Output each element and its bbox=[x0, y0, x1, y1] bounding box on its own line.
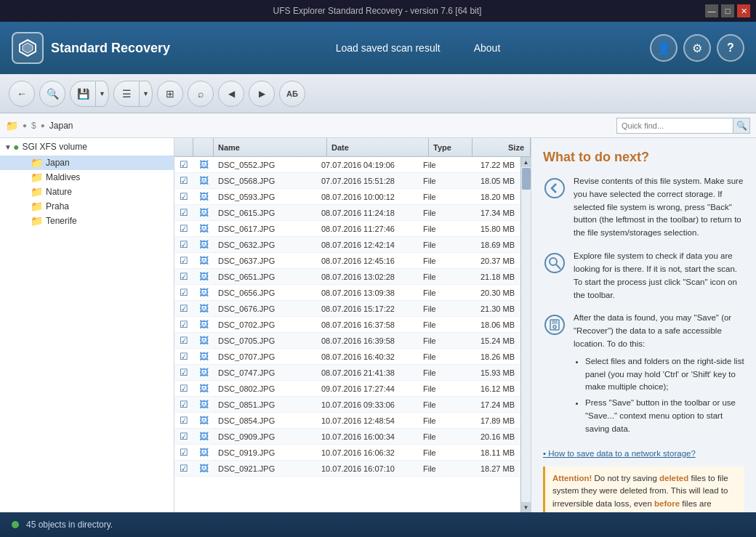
file-check-cell[interactable]: ☑ bbox=[174, 189, 193, 204]
file-check-cell[interactable]: ☑ bbox=[174, 413, 193, 428]
file-list-body[interactable]: ☑ 🖼 DSC_0552.JPG 07.07.2016 04:19:06 Fil… bbox=[174, 157, 520, 512]
table-row[interactable]: ☑ 🖼 DSC_0615.JPG 08.07.2016 11:24:18 Fil… bbox=[174, 205, 520, 221]
file-type-cell: File bbox=[419, 429, 462, 444]
svg-point-2 bbox=[545, 179, 564, 198]
file-check-cell[interactable]: ☑ bbox=[174, 381, 193, 396]
table-row[interactable]: ☑ 🖼 DSC_0593.JPG 08.07.2016 10:00:12 Fil… bbox=[174, 189, 520, 205]
file-check-cell[interactable]: ☑ bbox=[174, 205, 193, 220]
file-check-cell[interactable]: ☑ bbox=[174, 157, 193, 172]
table-row[interactable]: ☑ 🖼 DSC_0656.JPG 08.07.2016 13:09:38 Fil… bbox=[174, 285, 520, 301]
table-row[interactable]: ☑ 🖼 DSC_0637.JPG 08.07.2016 12:45:16 Fil… bbox=[174, 253, 520, 269]
file-check-cell[interactable]: ☑ bbox=[174, 397, 193, 412]
table-row[interactable]: ☑ 🖼 DSC_0851.JPG 10.07.2016 09:33:06 Fil… bbox=[174, 397, 520, 413]
scan-button[interactable]: ⌕ bbox=[188, 81, 214, 107]
file-check-cell[interactable]: ☑ bbox=[174, 221, 193, 236]
help-button[interactable]: ? bbox=[717, 34, 744, 62]
check-icon: ☑ bbox=[180, 415, 188, 426]
close-button[interactable]: ✕ bbox=[737, 4, 750, 17]
col-header-date[interactable]: Date bbox=[327, 138, 429, 156]
file-check-cell[interactable]: ☑ bbox=[174, 349, 193, 364]
table-row[interactable]: ☑ 🖼 DSC_0705.JPG 08.07.2016 16:39:58 Fil… bbox=[174, 333, 520, 349]
scrollbar[interactable]: ▲ ▼ bbox=[520, 157, 531, 512]
table-row[interactable]: ☑ 🖼 DSC_0854.JPG 10.07.2016 12:48:54 Fil… bbox=[174, 413, 520, 429]
col-header-thumb[interactable] bbox=[193, 138, 214, 156]
next-button[interactable]: ▶ bbox=[249, 81, 275, 107]
col-header-type[interactable]: Type bbox=[429, 138, 472, 156]
search-button[interactable]: 🔍 bbox=[39, 81, 65, 107]
table-row[interactable]: ☑ 🖼 DSC_0568.JPG 07.07.2016 15:51:28 Fil… bbox=[174, 173, 520, 189]
file-check-cell[interactable]: ☑ bbox=[174, 333, 193, 348]
list-button[interactable]: ☰ bbox=[113, 81, 140, 107]
breadcrumb-bar: 📁 ● $ ● Japan 🔍 bbox=[0, 113, 756, 138]
file-name-cell: DSC_0707.JPG bbox=[214, 349, 317, 364]
col-header-size[interactable]: Size bbox=[472, 138, 531, 156]
tree-item-maldives[interactable]: 📁 Maldives bbox=[0, 170, 174, 185]
col-header-name[interactable]: Name bbox=[214, 138, 327, 156]
file-check-cell[interactable]: ☑ bbox=[174, 445, 193, 460]
save-dropdown-button[interactable]: ▼ bbox=[96, 81, 109, 107]
scroll-thumb[interactable] bbox=[522, 168, 531, 190]
table-row[interactable]: ☑ 🖼 DSC_0632.JPG 08.07.2016 12:42:14 Fil… bbox=[174, 237, 520, 253]
gear-icon: ⚙ bbox=[692, 41, 702, 55]
file-check-cell[interactable]: ☑ bbox=[174, 461, 193, 476]
table-row[interactable]: ☑ 🖼 DSC_0909.JPG 10.07.2016 16:00:34 Fil… bbox=[174, 429, 520, 445]
table-row[interactable]: ☑ 🖼 DSC_0921.JPG 10.07.2016 16:07:10 Fil… bbox=[174, 461, 520, 477]
warning-text-1: Do not try saving bbox=[595, 474, 659, 483]
back-button[interactable]: ← bbox=[9, 81, 35, 107]
settings-button[interactable]: ⚙ bbox=[683, 34, 711, 62]
table-row[interactable]: ☑ 🖼 DSC_0651.JPG 08.07.2016 13:02:28 Fil… bbox=[174, 269, 520, 285]
file-thumb-cell: 🖼 bbox=[193, 221, 214, 236]
file-check-cell[interactable]: ☑ bbox=[174, 429, 193, 444]
file-check-cell[interactable]: ☑ bbox=[174, 237, 193, 252]
tree-item-japan[interactable]: 📁 Japan bbox=[0, 156, 174, 170]
table-row[interactable]: ☑ 🖼 DSC_0676.JPG 08.07.2016 15:17:22 Fil… bbox=[174, 301, 520, 317]
nav-about[interactable]: About bbox=[468, 39, 507, 57]
scroll-track[interactable] bbox=[521, 167, 531, 502]
check-icon: ☑ bbox=[180, 255, 188, 266]
scroll-down-arrow[interactable]: ▼ bbox=[521, 502, 531, 512]
tree-item-volume[interactable]: ▼ ● SGI XFS volume bbox=[0, 138, 174, 156]
check-icon: ☑ bbox=[180, 463, 188, 474]
file-check-cell[interactable]: ☑ bbox=[174, 173, 193, 188]
folder-icon-japan: 📁 bbox=[31, 157, 43, 169]
save-button[interactable]: 💾 bbox=[70, 81, 96, 107]
file-check-cell[interactable]: ☑ bbox=[174, 301, 193, 316]
tree-item-nature[interactable]: 📁 Nature bbox=[0, 185, 174, 199]
file-name-cell: DSC_0854.JPG bbox=[214, 413, 317, 428]
file-size-cell: 18.05 MB bbox=[462, 173, 520, 188]
file-date-cell: 10.07.2016 09:33:06 bbox=[317, 397, 419, 412]
image-thumb-icon: 🖼 bbox=[199, 431, 209, 442]
image-thumb-icon: 🖼 bbox=[199, 271, 209, 282]
maximize-button[interactable]: □ bbox=[721, 4, 734, 17]
table-row[interactable]: ☑ 🖼 DSC_0617.JPG 08.07.2016 11:27:46 Fil… bbox=[174, 221, 520, 237]
minimize-button[interactable]: — bbox=[705, 4, 718, 17]
file-check-cell[interactable]: ☑ bbox=[174, 365, 193, 380]
table-row[interactable]: ☑ 🖼 DSC_0702.JPG 08.07.2016 16:37:58 Fil… bbox=[174, 317, 520, 333]
file-check-cell[interactable]: ☑ bbox=[174, 285, 193, 300]
file-check-cell[interactable]: ☑ bbox=[174, 317, 193, 332]
check-icon: ☑ bbox=[180, 207, 188, 218]
file-check-cell[interactable]: ☑ bbox=[174, 253, 193, 268]
font-button[interactable]: AБ bbox=[279, 81, 305, 107]
table-row[interactable]: ☑ 🖼 DSC_0919.JPG 10.07.2016 16:06:32 Fil… bbox=[174, 445, 520, 461]
tree-item-praha[interactable]: 📁 Praha bbox=[0, 199, 174, 214]
table-row[interactable]: ☑ 🖼 DSC_0802.JPG 09.07.2016 17:27:44 Fil… bbox=[174, 381, 520, 397]
list-button-group: ☰ ▼ bbox=[113, 81, 153, 107]
quick-find-input[interactable] bbox=[616, 118, 733, 134]
file-name-cell: DSC_0851.JPG bbox=[214, 397, 317, 412]
file-check-cell[interactable]: ☑ bbox=[174, 269, 193, 284]
prev-button[interactable]: ◀ bbox=[218, 81, 244, 107]
grid-button[interactable]: ⊞ bbox=[157, 81, 183, 107]
scroll-up-arrow[interactable]: ▲ bbox=[521, 157, 531, 167]
table-row[interactable]: ☑ 🖼 DSC_0747.JPG 08.07.2016 21:41:38 Fil… bbox=[174, 365, 520, 381]
user-button[interactable]: 👤 bbox=[650, 34, 677, 62]
nav-load-saved[interactable]: Load saved scan result bbox=[330, 39, 446, 57]
table-row[interactable]: ☑ 🖼 DSC_0707.JPG 08.07.2016 16:40:32 Fil… bbox=[174, 349, 520, 365]
col-header-check[interactable] bbox=[174, 138, 193, 156]
quick-find-button[interactable]: 🔍 bbox=[733, 118, 750, 134]
tree-item-tenerife[interactable]: 📁 Tenerife bbox=[0, 214, 174, 228]
table-row[interactable]: ☑ 🖼 DSC_0552.JPG 07.07.2016 04:19:06 Fil… bbox=[174, 157, 520, 173]
info-text-1: Revise contents of this file system. Mak… bbox=[574, 175, 744, 240]
network-storage-link[interactable]: • How to save data to a network storage? bbox=[543, 449, 744, 458]
list-dropdown-button[interactable]: ▼ bbox=[140, 81, 153, 107]
